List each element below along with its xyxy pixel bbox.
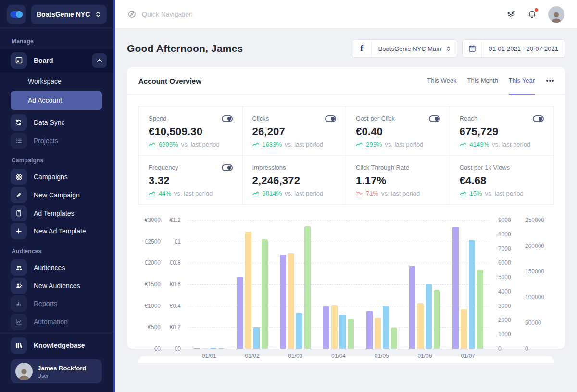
- kpi-visibility-toggle[interactable]: [222, 164, 233, 171]
- axis-tick-label: 1000: [498, 331, 511, 338]
- kpi-delta-note: vs. last period: [485, 190, 524, 197]
- sidebar-item-new-audiences[interactable]: New Audiences: [0, 277, 113, 295]
- section-label-manage: Manage: [12, 38, 113, 45]
- divider: [0, 331, 113, 331]
- sidebar-item-reports[interactable]: Reports: [0, 295, 113, 313]
- kpi-visibility-toggle[interactable]: [533, 115, 544, 122]
- chart-bar-cpc: [339, 315, 346, 349]
- kpi-label: Cost per 1k Views: [460, 164, 510, 171]
- add-layer-button[interactable]: [506, 10, 516, 19]
- axis-tick-label: 200000: [525, 243, 544, 249]
- bar-group: [188, 220, 231, 349]
- sidebar-item-knowledgebase[interactable]: Knowledgebase: [0, 336, 113, 355]
- tab-this-week[interactable]: This Week: [427, 68, 456, 95]
- kpi-value: €4.68: [460, 174, 544, 187]
- axis-tick-label: 0: [525, 345, 528, 352]
- sidebar-item-label: Automation: [34, 318, 68, 326]
- kpi-delta: 44%: [159, 190, 171, 197]
- kpi-card: Click Through Rate1.17%71%vs. last perio…: [346, 156, 450, 204]
- more-menu-button[interactable]: [546, 80, 548, 82]
- axis-tick-label: 3000: [498, 303, 511, 309]
- sidebar-item-label: New Campaign: [34, 191, 80, 199]
- kpi-delta: 15%: [470, 190, 482, 197]
- sidebar-item-ad-account[interactable]: Ad Account: [11, 91, 102, 110]
- sidebar-item-workspace[interactable]: Workspace: [0, 73, 113, 91]
- sidebar-item-projects[interactable]: Projects: [0, 132, 113, 150]
- pen-icon: [11, 187, 27, 203]
- target-icon: [11, 169, 27, 185]
- trend-up-icon: [356, 141, 363, 147]
- chart-bar-clicks: [461, 309, 467, 349]
- toggle-switch-icon: [10, 11, 23, 18]
- axis-tick-label: €0.8: [170, 259, 181, 266]
- trend-up-icon: [460, 190, 467, 196]
- axis-tick-label: €1.2: [170, 217, 181, 223]
- page-title: Good Afternoon, James: [127, 43, 243, 54]
- sidebar: BoatsGenie NYC Manage Board Workspace Ad…: [0, 0, 115, 392]
- sidebar-item-new-campaign[interactable]: New Campaign: [0, 186, 113, 204]
- axis-spend: €3000€2500€2000€1500€1000€500€0: [138, 220, 161, 349]
- date-range-picker[interactable]: 01-01-2021 - 20-07-2021: [462, 39, 565, 58]
- notifications-button[interactable]: [527, 10, 537, 19]
- theme-toggle[interactable]: [7, 5, 26, 24]
- axis-tick-label: 8000: [498, 231, 511, 238]
- sidebar-item-audiences[interactable]: Audiences: [0, 258, 113, 277]
- kpi-value: 1.17%: [356, 174, 440, 187]
- topbar: [115, 0, 577, 29]
- collapse-chevron-up-icon[interactable]: [92, 53, 107, 68]
- axis-tick-label: 100000: [525, 294, 544, 301]
- tab-this-year[interactable]: This Year: [509, 68, 535, 95]
- search-input[interactable]: [142, 11, 501, 18]
- kpi-delta-note: vs. last period: [174, 190, 213, 197]
- chart-bar-spend: [237, 277, 243, 349]
- chart-bars: [188, 220, 489, 349]
- plus-icon: [11, 223, 27, 239]
- sidebar-item-campaigns[interactable]: Campaigns: [0, 168, 113, 186]
- profile-avatar[interactable]: [548, 6, 564, 23]
- chart-bar-cpc: [426, 284, 432, 349]
- kpi-value: €10,509.30: [149, 125, 233, 138]
- axis-tick-label: 50000: [525, 319, 541, 326]
- axis-tick-label: €0.2: [170, 324, 181, 331]
- kpi-label: Cost per Click: [356, 115, 395, 122]
- chart-bar-spend: [194, 348, 200, 349]
- axis-tick-label: 7000: [498, 245, 511, 252]
- brand-account-select[interactable]: BoatsGenie NYC: [31, 5, 107, 24]
- card-title: Account Overview: [138, 77, 201, 85]
- sidebar-item-board[interactable]: Board: [0, 49, 113, 73]
- x-axis-label: 01/01: [188, 353, 231, 359]
- kpi-visibility-toggle[interactable]: [222, 115, 233, 122]
- kpi-delta-note: vs. last period: [181, 141, 219, 148]
- trend-down-icon: [356, 190, 363, 196]
- template-icon: [11, 205, 27, 221]
- bar-chart-icon: [11, 295, 27, 312]
- calendar-icon: [463, 40, 482, 57]
- line-chart-icon: [11, 314, 27, 330]
- user-role: User: [38, 373, 86, 379]
- sidebar-item-new-ad-template[interactable]: New Ad Template: [0, 222, 113, 241]
- axis-tick-label: 6000: [498, 259, 511, 266]
- x-axis-label: 01/02: [231, 353, 274, 359]
- tab-this-month[interactable]: This Month: [467, 68, 498, 95]
- people-icon: [11, 259, 27, 276]
- axis-cost-per-click: €1.2€1€0.8€0.6€0.4€0.2€0: [161, 220, 181, 349]
- kpi-label: Impressions: [252, 164, 286, 171]
- kpi-visibility-toggle[interactable]: [429, 115, 440, 122]
- ad-account-select[interactable]: f BoatsGenie NYC Main: [352, 39, 458, 58]
- sidebar-item-automation[interactable]: Automation: [0, 313, 113, 331]
- kpi-delta: 6909%: [159, 141, 178, 148]
- chart-bar-spend: [323, 306, 329, 349]
- kpi-delta-note: vs. last period: [285, 141, 323, 148]
- kpi-visibility-toggle[interactable]: [325, 115, 336, 122]
- kpi-value: €0.40: [356, 125, 440, 138]
- sidebar-item-data-sync[interactable]: Data Sync: [0, 113, 113, 132]
- kpi-delta-note: vs. last period: [381, 190, 420, 197]
- user-card[interactable]: James Rockford User: [11, 359, 102, 383]
- brand-name: BoatsGenie NYC: [37, 11, 90, 18]
- sidebar-item-label: New Audiences: [34, 282, 80, 290]
- kpi-label: Reach: [460, 115, 478, 122]
- sidebar-item-ad-templates[interactable]: Ad Templates: [0, 204, 113, 222]
- chart-bar-reach: [477, 270, 483, 349]
- sync-icon: [11, 114, 27, 131]
- chart-bar-reach: [218, 348, 225, 349]
